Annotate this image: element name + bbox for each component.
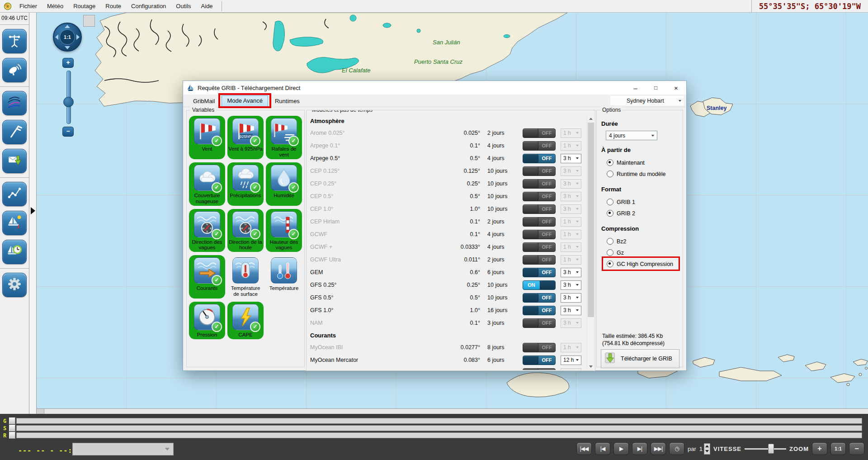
menu-meteo[interactable]: Météo [42, 0, 68, 12]
model-timestep-select[interactable]: 3 h [561, 179, 581, 189]
menu-routage[interactable]: Routage [68, 0, 100, 12]
download-grib-button[interactable]: Télécharger le GRIB [601, 349, 679, 368]
dialog-title-bar[interactable]: Requête GRIB - Téléchargement Direct – □… [183, 81, 686, 95]
settings-button[interactable] [2, 273, 27, 297]
variable-vent[interactable]: ✓Vent [189, 116, 225, 159]
track-bar[interactable] [16, 425, 862, 431]
map-zoom-in-button[interactable]: + [62, 58, 74, 68]
map-zoom-out-button[interactable]: − [62, 127, 74, 137]
duration-select[interactable]: 4 jours [606, 131, 657, 140]
model-timestep-select[interactable]: 1 h [561, 141, 581, 151]
step-back-button[interactable]: |◀ [595, 442, 610, 455]
menu-fichier[interactable]: Fichier [14, 0, 42, 12]
preset-combobox[interactable]: Sydney Hobart [610, 96, 684, 105]
zoom-out-button[interactable]: − [849, 442, 864, 455]
model-toggle[interactable]: OFF [523, 128, 556, 138]
model-timestep-select[interactable]: 3 h [561, 204, 581, 214]
model-toggle[interactable]: OFF [523, 255, 556, 265]
model-timestep-select[interactable]: 1 h [561, 230, 581, 239]
tab-mode-avance[interactable]: Mode Avancé [222, 95, 268, 107]
model-toggle[interactable]: OFF [523, 204, 556, 214]
variable-rafales-de-vent[interactable]: ✓Rafales de vent [266, 116, 302, 159]
model-timestep-select[interactable]: 3 h [561, 280, 581, 290]
model-toggle[interactable]: OFF [523, 306, 556, 315]
clock-button[interactable]: ◷ [669, 442, 684, 455]
synoptic-chart-button[interactable] [2, 91, 27, 115]
pan-right-icon[interactable] [76, 34, 80, 40]
step-forward-button[interactable]: ▶| [632, 442, 647, 455]
radio-gz[interactable]: Gz [607, 247, 679, 258]
zoom-in-button[interactable]: + [812, 442, 827, 455]
weather-station-button[interactable] [2, 29, 27, 53]
model-timestep-select[interactable]: 1 h [561, 242, 581, 252]
pan-down-icon[interactable] [65, 46, 70, 49]
model-toggle[interactable]: OFF [523, 166, 556, 176]
speed-slider[interactable] [745, 443, 786, 455]
radio-grib-2[interactable]: GRIB 2 [607, 208, 679, 219]
model-timestep-select[interactable]: 3 h [561, 166, 581, 176]
spinner-arrows[interactable] [704, 443, 710, 455]
route-button[interactable] [2, 182, 27, 206]
play-button[interactable]: ▶ [613, 442, 629, 455]
model-timestep-select[interactable]: 3 h [561, 192, 581, 201]
menu-outils[interactable]: Outils [171, 0, 196, 12]
minimize-button[interactable]: – [625, 81, 646, 95]
variable-temperature-de-surface[interactable]: Température de surface [227, 255, 264, 299]
pan-up-icon[interactable] [65, 25, 70, 28]
close-button[interactable]: × [666, 81, 686, 95]
menu-route[interactable]: Route [100, 0, 126, 12]
map-horizontal-scrollbar[interactable] [37, 408, 868, 414]
variable-pression[interactable]: ✓Pression [189, 302, 225, 339]
model-toggle[interactable]: OFF [523, 293, 556, 303]
track-handle[interactable] [9, 432, 15, 439]
model-toggle[interactable] [523, 368, 556, 370]
track-handle[interactable] [9, 425, 15, 432]
slider-handle[interactable] [768, 444, 774, 454]
model-toggle[interactable]: OFF [523, 242, 556, 252]
map-zoom-slider-handle[interactable] [63, 97, 74, 107]
tab-runtimes[interactable]: Runtimes [269, 96, 305, 107]
radio-runtime-du-modele[interactable]: Runtime du modèle [607, 168, 679, 180]
scrollbar-thumb[interactable] [588, 123, 594, 317]
satellite-button[interactable] [2, 58, 27, 82]
variable-direction-de-la-houle[interactable]: NESW✓Direction de la houle [227, 209, 264, 252]
model-toggle[interactable]: OFF [523, 192, 556, 201]
model-timestep-select[interactable]: 3 h [561, 293, 581, 303]
variable-temperature[interactable]: Température [266, 255, 302, 299]
model-timestep-select[interactable]: 1 h [561, 217, 581, 227]
radio-grib-1[interactable]: GRIB 1 [607, 196, 679, 208]
model-timestep-select[interactable]: 1 h [561, 255, 581, 265]
wind-barbs-button[interactable] [2, 120, 27, 144]
model-toggle[interactable]: OFF [523, 356, 556, 365]
grib-file-combobox[interactable] [72, 443, 174, 455]
pan-compass-control[interactable]: 1:1 [53, 23, 82, 52]
scrollbar-corner-box[interactable] [37, 409, 44, 414]
skip-start-button[interactable]: |◀◀ [576, 442, 592, 455]
spin-up-icon[interactable] [705, 445, 709, 447]
menu-configuration[interactable]: Configuration [126, 0, 171, 12]
weather-routing-button[interactable] [2, 211, 27, 235]
model-timestep-select[interactable]: 1 h [561, 343, 581, 352]
model-timestep-select[interactable]: 3 h [561, 154, 581, 163]
panel-collapse-strip[interactable] [29, 13, 37, 414]
tab-gribmail[interactable]: GribMail [188, 96, 220, 107]
step-count-spinner[interactable]: 1 [699, 443, 710, 455]
zoom-1-1-button[interactable]: 1:1 [830, 442, 846, 455]
skip-end-button[interactable]: ▶▶| [651, 442, 666, 455]
menu-aide[interactable]: Aide [196, 0, 218, 12]
model-toggle[interactable]: OFF [523, 318, 556, 328]
models-scrollbar[interactable] [587, 115, 594, 370]
model-toggle[interactable]: OFF [523, 154, 556, 163]
radio-bz2[interactable]: Bz2 [607, 236, 679, 247]
radio-gc-high-compression[interactable]: GC High Compression [607, 258, 679, 270]
pan-left-icon[interactable] [55, 34, 58, 40]
grib-download-button[interactable] [2, 149, 27, 173]
model-timestep-select[interactable]: 3 h [561, 268, 581, 277]
variable-cape[interactable]: ✓CAPE [227, 302, 264, 339]
scroll-up-arrow-icon[interactable] [587, 115, 594, 122]
maximize-button[interactable]: □ [646, 81, 666, 95]
spin-down-icon[interactable] [705, 450, 709, 452]
routing-time-button[interactable] [2, 240, 27, 264]
variable-vent-a-925hpa[interactable]: 925hPa✓Vent à 925hPa [227, 116, 264, 159]
model-timestep-select[interactable] [561, 368, 581, 370]
